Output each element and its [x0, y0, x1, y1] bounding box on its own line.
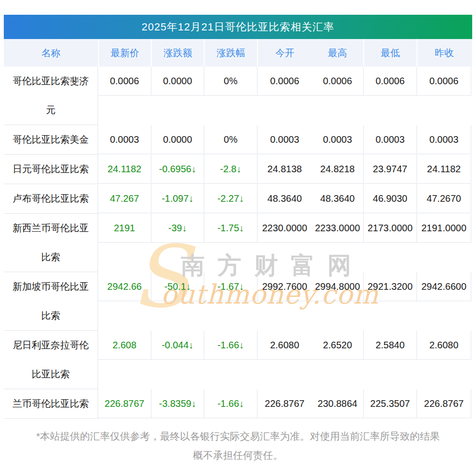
disclaimer-line-1: *本站提供的汇率仅供参考，最终以各银行实际交易汇率为准。对使用当前汇率所导致的结… [4, 427, 472, 446]
page-title: 2025年12月21日哥伦比亚比索相关汇率 [142, 20, 335, 34]
cell-prev-close: 226.8767 [416, 389, 471, 418]
cell-change: -0.044↓ [151, 331, 204, 360]
cell-change: -39↓ [151, 214, 204, 243]
table-row: 尼日利亚奈拉哥伦比亚比索 2.608 -0.044↓ -1.66↓ 2.6080… [4, 331, 472, 389]
cell-open: 226.8767 [257, 389, 312, 418]
cell-latest: 47.267 [98, 184, 151, 213]
cell-prev-close: 0.0006 [416, 67, 471, 96]
cell-open: 2992.7600 [257, 272, 312, 301]
cell-prev-close: 24.1182 [416, 155, 471, 184]
table-row: 兰币哥伦比亚比索 226.8767 -3.8359↓ -1.66↓ 226.87… [4, 389, 472, 419]
table-body: S 南方财富网 outhmoney.com 哥伦比亚比索斐济元 0.0006 0… [4, 67, 472, 419]
cell-low: 2.5840 [363, 331, 416, 360]
cell-high: 48.3640 [312, 184, 363, 213]
table-row: 哥伦比亚比索斐济元 0.0006 0.0000 0% 0.0006 0.0006… [4, 67, 472, 125]
cell-prev-close: 2.6080 [416, 331, 471, 360]
cell-prev-close: 2191.0000 [416, 214, 471, 243]
cell-high: 0.0003 [312, 125, 363, 154]
table-row: 哥伦比亚比索美金 0.0003 0.0000 0% 0.0003 0.0003 … [4, 125, 472, 155]
cell-latest: 24.1182 [98, 155, 151, 184]
cell-low: 0.0006 [363, 67, 416, 96]
cell-currency-name: 哥伦比亚比索美金 [4, 125, 98, 155]
cell-currency-name: 卢布哥伦比亚比索 [4, 184, 98, 214]
cell-high: 2233.0000 [312, 214, 363, 243]
cell-change: 0.0000 [151, 125, 204, 154]
column-header-high: 最高 [312, 39, 363, 67]
column-header-name: 名称 [4, 39, 98, 67]
column-header-latest: 最新价 [98, 39, 151, 67]
cell-currency-name: 新西兰币哥伦比亚比索 [4, 214, 98, 272]
cell-change-pct: 0% [204, 67, 257, 96]
column-header-change: 涨跌额 [151, 39, 204, 67]
cell-open: 0.0006 [257, 67, 312, 96]
cell-latest: 0.0006 [98, 67, 151, 96]
cell-high: 0.0006 [312, 67, 363, 96]
table-row: 新西兰币哥伦比亚比索 2191 -39↓ -1.75↓ 2230.0000 22… [4, 214, 472, 272]
column-header-low: 最低 [363, 39, 416, 67]
page-content: 2025年12月21日哥伦比亚比索相关汇率 名称 最新价 涨跌额 涨跌幅 今开 … [4, 15, 472, 463]
cell-high: 230.8864 [312, 389, 363, 418]
cell-currency-name: 哥伦比亚比索斐济元 [4, 67, 98, 125]
cell-open: 0.0003 [257, 125, 312, 154]
cell-change-pct: -1.67↓ [204, 272, 257, 301]
disclaimer-line-2: 概不承担任何责任。 [4, 446, 472, 463]
cell-change: -1.097↓ [151, 184, 204, 213]
cell-open: 24.8138 [257, 155, 312, 184]
cell-currency-name: 兰币哥伦比亚比索 [4, 389, 98, 419]
column-header-change-pct: 涨跌幅 [204, 39, 257, 67]
cell-low: 23.9747 [363, 155, 416, 184]
cell-open: 2230.0000 [257, 214, 312, 243]
cell-low: 2921.3200 [363, 272, 416, 301]
cell-currency-name: 日元哥伦比亚比索 [4, 155, 98, 184]
cell-change-pct: -1.66↓ [204, 389, 257, 418]
cell-change: 0.0000 [151, 67, 204, 96]
cell-change: -50.1↓ [151, 272, 204, 301]
cell-change: -3.8359↓ [151, 389, 204, 418]
cell-high: 2.6520 [312, 331, 363, 360]
cell-high: 24.8218 [312, 155, 363, 184]
cell-prev-close: 2942.6600 [416, 272, 471, 301]
cell-change: -0.6956↓ [151, 155, 204, 184]
cell-prev-close: 0.0003 [416, 125, 471, 154]
cell-change-pct: -1.75↓ [204, 214, 257, 243]
cell-currency-name: 新加坡币哥伦比亚比索 [4, 272, 98, 331]
column-header-prev-close: 昨收 [416, 39, 471, 67]
cell-latest: 2942.66 [98, 272, 151, 301]
cell-high: 2994.8000 [312, 272, 363, 301]
cell-open: 2.6080 [257, 331, 312, 360]
cell-prev-close: 47.2670 [416, 184, 471, 213]
cell-change-pct: -1.66↓ [204, 331, 257, 360]
table-row: 卢布哥伦比亚比索 47.267 -1.097↓ -2.27↓ 48.3640 4… [4, 184, 472, 214]
cell-low: 2173.0000 [363, 214, 416, 243]
cell-low: 0.0003 [363, 125, 416, 154]
column-header-open: 今开 [257, 39, 312, 67]
table-row: 日元哥伦比亚比索 24.1182 -0.6956↓ -2.8↓ 24.8138 … [4, 155, 472, 184]
cell-latest: 2.608 [98, 331, 151, 360]
cell-latest: 2191 [98, 214, 151, 243]
cell-change-pct: 0% [204, 125, 257, 154]
cell-latest: 0.0003 [98, 125, 151, 154]
title-bar: 2025年12月21日哥伦比亚比索相关汇率 [4, 15, 472, 39]
cell-latest: 226.8767 [98, 389, 151, 418]
cell-currency-name: 尼日利亚奈拉哥伦比亚比索 [4, 331, 98, 389]
cell-low: 225.3507 [363, 389, 416, 418]
cell-change-pct: -2.27↓ [204, 184, 257, 213]
cell-change-pct: -2.8↓ [204, 155, 257, 184]
table-header-row: 名称 最新价 涨跌额 涨跌幅 今开 最高 最低 昨收 [4, 39, 472, 67]
cell-low: 46.9030 [363, 184, 416, 213]
cell-open: 48.3640 [257, 184, 312, 213]
disclaimer: *本站提供的汇率仅供参考，最终以各银行实际交易汇率为准。对使用当前汇率所导致的结… [4, 427, 472, 463]
table-row: 新加坡币哥伦比亚比索 2942.66 -50.1↓ -1.67↓ 2992.76… [4, 272, 472, 331]
